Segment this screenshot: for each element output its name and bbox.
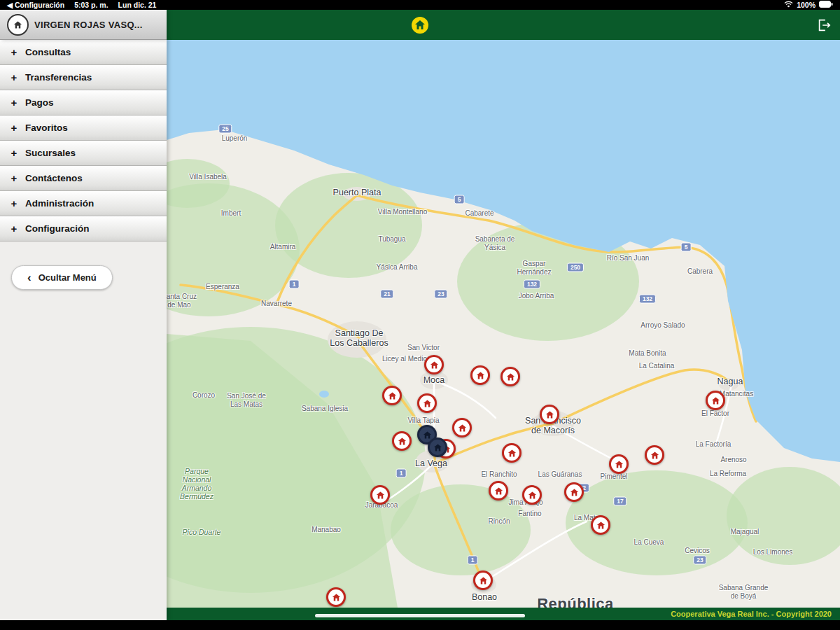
branch-marker[interactable] <box>452 418 472 438</box>
sidebar-item-label: Administración <box>25 198 94 209</box>
route-shield: 23 <box>434 290 447 299</box>
map-label: Altamira <box>270 243 296 251</box>
map-label: Esperanza <box>206 283 239 291</box>
map-label: Arroyo Salado <box>640 321 685 330</box>
vega-real-logo-icon <box>411 16 429 34</box>
map-label: Fantino <box>518 510 541 518</box>
branches-map[interactable]: LuperónVilla IsabelaImbertPuerto PlataVi… <box>167 40 840 608</box>
sidebar-item-label: Favoritos <box>25 122 68 133</box>
sidebar-item-configuracion[interactable]: +Configuración <box>0 216 167 241</box>
branch-marker[interactable] <box>370 485 390 505</box>
route-shield: 5 <box>681 243 692 252</box>
map-label: La Factoría <box>696 440 732 449</box>
map-label: Luperón <box>222 134 248 143</box>
map-label: Imbert <box>221 209 241 218</box>
sidebar-item-label: Configuración <box>25 223 90 234</box>
hide-menu-button[interactable]: ‹ Ocultar Menú <box>11 265 113 290</box>
route-shield: 250 <box>567 263 584 272</box>
top-navbar <box>167 10 840 40</box>
branch-marker[interactable] <box>392 431 412 451</box>
branch-marker[interactable] <box>489 481 508 500</box>
branch-marker[interactable] <box>706 391 725 410</box>
branch-marker[interactable] <box>540 405 559 424</box>
map-label: El Ranchito <box>481 470 517 479</box>
map-label: Pico Duarte <box>183 528 221 536</box>
map-label: Tubagua <box>378 235 405 244</box>
map-label: El Factor <box>701 410 729 418</box>
expand-plus-icon: + <box>10 172 18 184</box>
route-shield: 132 <box>639 295 656 304</box>
sidebar: +Consultas+Transferencias+Pagos+Favorito… <box>0 40 167 620</box>
sidebar-item-consultas[interactable]: +Consultas <box>0 40 167 65</box>
sidebar-item-transferencias[interactable]: +Transferencias <box>0 65 167 90</box>
route-shield: 23 <box>693 556 706 565</box>
expand-plus-icon: + <box>10 71 18 83</box>
map-label: Bonao <box>472 592 497 602</box>
sidebar-item-contactenos[interactable]: +Contáctenos <box>0 166 167 191</box>
map-label: La Vega <box>415 458 447 468</box>
sidebar-item-label: Sucursales <box>25 148 76 158</box>
branch-marker[interactable] <box>473 570 493 590</box>
branch-marker[interactable] <box>470 365 490 385</box>
branch-marker[interactable] <box>645 445 664 465</box>
branch-marker[interactable] <box>417 393 437 413</box>
sidebar-item-pagos[interactable]: +Pagos <box>0 90 167 115</box>
wifi-icon <box>784 1 793 9</box>
user-profile-bar[interactable]: VIRGEN ROJAS VASQ... <box>0 10 167 40</box>
expand-plus-icon: + <box>10 46 18 58</box>
map-label: Los Limones <box>753 548 793 556</box>
sidebar-item-favoritos[interactable]: +Favoritos <box>0 115 167 141</box>
expand-plus-icon: + <box>10 223 18 234</box>
battery-icon <box>819 1 833 9</box>
branch-marker[interactable] <box>564 482 584 502</box>
map-label: La Catalina <box>639 362 675 370</box>
expand-plus-icon: + <box>10 97 18 108</box>
sidebar-item-sucursales[interactable]: +Sucursales <box>0 141 167 166</box>
branch-marker[interactable] <box>609 454 629 474</box>
sidebar-item-label: Consultas <box>25 47 71 57</box>
map-label: Cabrera <box>687 267 713 276</box>
branch-marker[interactable] <box>424 355 444 374</box>
map-label: San Victor <box>407 344 440 352</box>
sidebar-item-label: Contáctenos <box>25 173 83 183</box>
map-label: Río San Juan <box>607 254 650 262</box>
sidebar-item-administracion[interactable]: +Administración <box>0 191 167 216</box>
map-label: Manabao <box>312 526 341 534</box>
map-label: República <box>537 595 614 608</box>
copyright-text: Cooperativa Vega Real Inc. - Copyright 2… <box>671 610 832 618</box>
status-bar: ◀ Configuración 5:03 p. m. Lun dic. 21 1… <box>0 0 840 10</box>
map-label: Majagual <box>731 528 760 536</box>
logout-icon[interactable] <box>816 18 832 33</box>
home-profile-icon <box>7 14 29 36</box>
battery-percent: 100% <box>797 1 816 9</box>
branch-marker[interactable] <box>326 587 346 607</box>
expand-plus-icon: + <box>10 147 18 159</box>
route-shield: 132 <box>524 280 540 289</box>
branch-marker[interactable] <box>500 367 520 386</box>
map-label: San José de Las Matas <box>227 392 266 408</box>
branch-marker[interactable] <box>502 443 522 463</box>
branch-marker[interactable] <box>382 386 402 405</box>
user-name: VIRGEN ROJAS VASQ... <box>34 20 143 30</box>
back-to-app-link[interactable]: ◀ Configuración <box>7 1 64 9</box>
map-label: Pimentel <box>601 472 628 481</box>
map-label: Jobo Arriba <box>519 292 554 300</box>
route-shield: 5 <box>454 195 465 204</box>
map-label: Cabarete <box>465 209 493 218</box>
home-indicator[interactable] <box>315 614 525 617</box>
map-label: Villa Isabela <box>189 173 227 181</box>
route-shield: 17 <box>613 497 626 506</box>
bottom-bezel <box>0 620 840 630</box>
map-label: Licey al Medio <box>382 355 427 363</box>
expand-plus-icon: + <box>10 122 18 134</box>
map-label: Arenoso <box>720 456 746 464</box>
map-label: Parque Nacional Armando Bermúdez <box>180 467 214 500</box>
sidebar-item-label: Transferencias <box>25 72 92 83</box>
branch-marker[interactable] <box>591 515 610 535</box>
branch-marker-selected[interactable] <box>428 438 447 457</box>
map-label: Moca <box>424 375 445 385</box>
expand-plus-icon: + <box>10 197 18 209</box>
map-label: Sabana Grande de Boyá <box>719 584 769 600</box>
app-header: VIRGEN ROJAS VASQ... <box>0 10 840 40</box>
branch-marker[interactable] <box>522 485 542 505</box>
